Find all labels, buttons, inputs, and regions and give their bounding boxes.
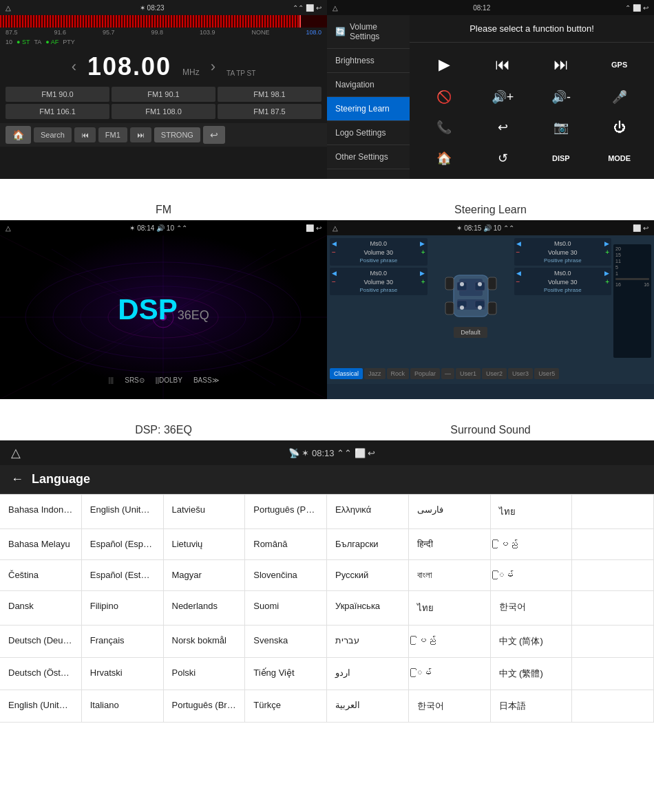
- lang-deutsch-de[interactable]: Deutsch (Deutschland): [0, 626, 82, 658]
- lang-hebrew[interactable]: עברית: [327, 626, 409, 658]
- fm-preset-3[interactable]: FM1 98.1: [218, 87, 321, 102]
- lang-svenska[interactable]: Svenska: [245, 626, 327, 658]
- lang-portugues-pt[interactable]: Português (Portugal): [245, 495, 327, 529]
- fm-preset-5[interactable]: FM1 108.0: [112, 104, 215, 119]
- lang-farsi[interactable]: فارسی: [409, 495, 491, 529]
- fm-search-button[interactable]: Search: [34, 127, 72, 142]
- lang-latviesu[interactable]: Latviešu: [164, 495, 246, 529]
- fm-preset-1[interactable]: FM1 90.0: [6, 87, 109, 102]
- fm-source-button[interactable]: FM1: [98, 127, 127, 142]
- surround-default-btn[interactable]: Default: [454, 327, 487, 338]
- steering-disp-btn[interactable]: DISP: [535, 146, 588, 171]
- surround-tab-jazz[interactable]: Jazz: [364, 368, 386, 379]
- steering-menu-volume[interactable]: 🔄 Volume Settings: [327, 15, 410, 49]
- lang-slovencina[interactable]: Slovenčina: [245, 560, 327, 591]
- surround-tab-popular[interactable]: Popular: [410, 368, 440, 379]
- lang-romana[interactable]: Română: [245, 529, 327, 560]
- lang-polski[interactable]: Polski: [164, 658, 246, 690]
- lang-norsk[interactable]: Norsk bokmål: [164, 626, 246, 658]
- lang-thai-2[interactable]: ไทย: [409, 591, 491, 626]
- steering-home-btn[interactable]: 🏠: [418, 146, 471, 171]
- steering-volup-btn[interactable]: 🔊+: [476, 85, 529, 110]
- steering-mode-btn[interactable]: MODE: [593, 146, 646, 171]
- lang-chinese-traditional[interactable]: 中文 (繁體): [491, 658, 573, 690]
- fm-preset-2[interactable]: FM1 90.1: [112, 87, 215, 102]
- svg-point-29: [460, 306, 464, 310]
- lang-magyar[interactable]: Magyar: [164, 560, 246, 591]
- lang-hindi[interactable]: हिन्दी: [409, 529, 491, 560]
- lang-tieng-viet[interactable]: Tiếng Việt: [245, 658, 327, 690]
- steering-call-btn[interactable]: 📞: [418, 115, 471, 140]
- lang-hrvatski[interactable]: Hrvatski: [82, 658, 164, 690]
- lang-myanmar-2[interactable]: ြမ်: [409, 658, 491, 690]
- steering-gps-btn[interactable]: GPS: [593, 51, 646, 79]
- steering-menu-brightness[interactable]: Brightness: [327, 49, 410, 73]
- lang-myanmar-1[interactable]: ြမ်: [491, 560, 573, 591]
- lang-bengali[interactable]: বাংলা: [409, 560, 491, 591]
- steering-voldn-btn[interactable]: 🔊-: [535, 85, 588, 110]
- lang-japanese[interactable]: 日本語: [491, 690, 573, 723]
- fm-forward-button[interactable]: ⏭: [130, 127, 151, 142]
- lang-bahasa-melayu[interactable]: Bahasa Melayu: [0, 529, 82, 560]
- fm-home-button[interactable]: 🏠: [6, 126, 31, 144]
- lang-urdu[interactable]: اردو: [327, 658, 409, 690]
- lang-portugues-br[interactable]: Português (Brasil): [164, 690, 246, 723]
- lang-burmese-1[interactable]: ပြည်: [491, 529, 573, 560]
- lang-arabic[interactable]: العربية: [327, 690, 409, 723]
- surround-tab-user1[interactable]: User1: [456, 368, 481, 379]
- lang-filipino[interactable]: Filipino: [82, 591, 164, 626]
- lang-italiano[interactable]: Italiano: [82, 690, 164, 723]
- lang-deutsch-at[interactable]: Deutsch (Österreich): [0, 658, 82, 690]
- lang-espanol-us[interactable]: Español (Estados Unidos): [82, 560, 164, 591]
- lang-burmese-2[interactable]: ပြည်: [409, 626, 491, 658]
- surround-tab-empty[interactable]: —: [441, 368, 454, 379]
- steering-mute-btn[interactable]: 🚫: [418, 85, 471, 110]
- steering-next-btn[interactable]: ⏭: [535, 51, 588, 79]
- steering-back-btn[interactable]: ↺: [476, 146, 529, 171]
- lang-francais[interactable]: Français: [82, 626, 164, 658]
- lang-cestina[interactable]: Čeština: [0, 560, 82, 591]
- steering-mic-btn[interactable]: 🎤: [593, 85, 646, 110]
- lang-nederlands[interactable]: Nederlands: [164, 591, 246, 626]
- lang-dansk[interactable]: Dansk: [0, 591, 82, 626]
- lang-russian[interactable]: Русский: [327, 560, 409, 591]
- steering-play-btn[interactable]: ▶: [418, 51, 471, 79]
- fm-preset-4[interactable]: FM1 106.1: [6, 104, 109, 119]
- lang-turkce[interactable]: Türkçe: [245, 690, 327, 723]
- lang-english-uk[interactable]: English (United Kingdom): [0, 690, 82, 723]
- lang-english-us[interactable]: English (United States): [82, 495, 164, 529]
- steering-camera-btn[interactable]: 📷: [535, 115, 588, 140]
- lang-korean-1[interactable]: 한국어: [491, 591, 573, 626]
- lang-ukrainian[interactable]: Українська: [327, 591, 409, 626]
- fm-presets: FM1 90.0 FM1 90.1 FM1 98.1 FM1 106.1 FM1…: [0, 84, 327, 122]
- surround-tab-user5[interactable]: User5: [534, 368, 559, 379]
- fm-rewind-button[interactable]: ⏮: [74, 127, 96, 142]
- steering-prev-btn[interactable]: ⏮: [476, 51, 529, 79]
- surround-tab-rock[interactable]: Rock: [387, 368, 410, 379]
- fm-unit: MHz: [182, 67, 200, 77]
- lang-korean-2[interactable]: 한국어: [409, 690, 491, 723]
- steering-menu-steering[interactable]: Steering Learn: [327, 97, 410, 121]
- surround-tab-user2[interactable]: User2: [482, 368, 507, 379]
- fm-next-btn[interactable]: ›: [211, 58, 215, 76]
- lang-thai-1[interactable]: ไทย: [491, 495, 573, 529]
- lang-espanol-es[interactable]: Español (España): [82, 529, 164, 560]
- lang-greek[interactable]: Ελληνικά: [327, 495, 409, 529]
- lang-chinese-simplified[interactable]: 中文 (简体): [491, 626, 573, 658]
- lang-back-button[interactable]: ←: [11, 472, 23, 487]
- fm-back-button[interactable]: ↩: [203, 126, 225, 144]
- fm-strong-button[interactable]: STRONG: [154, 127, 200, 142]
- lang-bahasa-indonesia[interactable]: Bahasa Indonesia: [0, 495, 82, 529]
- surround-tab-classical[interactable]: Classical: [330, 368, 363, 379]
- lang-bulgarian[interactable]: Български: [327, 529, 409, 560]
- fm-preset-6[interactable]: FM1 87.5: [218, 104, 321, 119]
- lang-suomi[interactable]: Suomi: [245, 591, 327, 626]
- steering-menu-navigation[interactable]: Navigation: [327, 73, 410, 97]
- steering-menu-logo[interactable]: Logo Settings: [327, 121, 410, 145]
- steering-power-btn[interactable]: ⏻: [593, 115, 646, 140]
- surround-tab-user3[interactable]: User3: [508, 368, 533, 379]
- steering-repeat-btn[interactable]: ↩: [476, 115, 529, 140]
- fm-prev-btn[interactable]: ‹: [72, 58, 76, 76]
- steering-menu-other[interactable]: Other Settings: [327, 145, 410, 169]
- lang-lietuviu[interactable]: Lietuvių: [164, 529, 246, 560]
